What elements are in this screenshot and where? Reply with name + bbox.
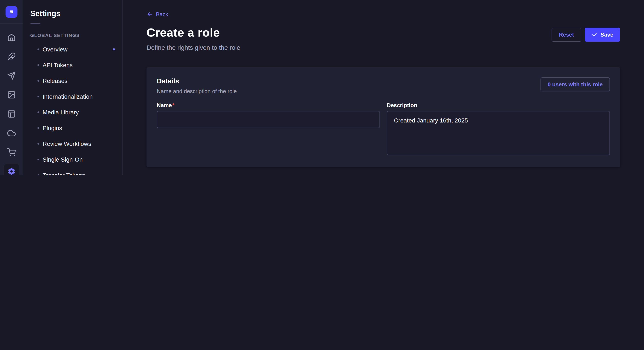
bullet-icon [38,159,39,160]
save-button[interactable]: Save [584,28,620,42]
subnav-title: Settings [30,9,116,18]
name-input[interactable] [157,111,380,128]
bullet-icon [38,48,39,50]
subnav-item-review-workflows[interactable]: Review Workflows [24,136,122,151]
paper-plane-icon[interactable] [4,68,19,83]
settings-subnav: Settings GLOBAL SETTINGSOverviewAPI Toke… [24,0,123,175]
back-label: Back [156,11,168,17]
subnav-item-plugins[interactable]: Plugins [24,120,122,136]
bullet-icon [38,111,39,113]
name-label: Name* [157,102,380,108]
subnav-item-label: Transfer Tokens [42,172,85,175]
reset-button[interactable]: Reset [552,28,581,42]
bullet-icon [38,80,39,81]
description-field-group: Description [387,102,610,157]
subnav-item-label: Media Library [42,109,79,116]
page-subtitle: Define the rights given to the role [146,44,240,51]
bullet-icon [38,95,39,97]
logo-cell [0,0,23,24]
subnav-section-label: GLOBAL SETTINGS [30,33,116,38]
subnav-item-label: API Tokens [42,61,72,68]
arrow-left-icon [146,11,153,17]
back-row: Back [146,11,620,19]
check-icon [592,32,597,37]
layout-icon[interactable] [4,106,19,122]
feather-icon[interactable] [4,49,19,64]
bullet-icon [38,174,39,175]
details-card-header: Details Name and description of the role… [157,77,610,94]
details-subtitle: Name and description of the role [157,88,237,94]
details-card-titles: Details Name and description of the role [157,77,237,94]
details-card: Details Name and description of the role… [146,67,620,167]
page-header-text: Create a role Define the rights given to… [146,26,240,51]
back-link[interactable]: Back [146,11,168,17]
images-icon[interactable] [4,87,19,103]
strapi-logo[interactable] [6,6,18,18]
page-header: Create a role Define the rights given to… [146,26,620,51]
bullet-icon [38,64,39,66]
subnav-item-label: Review Workflows [42,140,91,147]
subnav-section-list: OverviewAPI TokensReleasesInternationali… [24,41,122,175]
rail-icon-nav [4,30,19,175]
page-title: Create a role [146,26,240,39]
strapi-logo-icon [8,8,15,15]
subnav-item-label: Releases [42,77,68,84]
subnav-item-label: Plugins [42,124,62,131]
subnav-item-single-sign-on[interactable]: Single Sign-On [24,151,122,167]
subnav-divider [30,23,40,24]
subnav-sections: GLOBAL SETTINGSOverviewAPI TokensRelease… [24,33,122,175]
subnav-item-internationalization[interactable]: Internationalization [24,88,122,104]
description-label: Description [387,102,610,108]
name-label-text: Name [157,102,172,108]
subnav-item-label: Internationalization [42,93,93,100]
gear-icon[interactable] [4,164,19,175]
description-textarea[interactable] [387,111,610,155]
subnav-item-label: Single Sign-On [42,156,83,163]
cloud-icon[interactable] [4,126,19,141]
subnav-item-transfer-tokens[interactable]: Transfer Tokens [24,167,122,175]
details-title: Details [157,77,237,85]
required-asterisk: * [172,102,174,108]
subnav-item-label: Overview [42,46,68,52]
bullet-icon [38,127,39,129]
header-actions: Reset Save [552,28,620,42]
details-fields: Name* Description [157,102,610,157]
subnav-item-api-tokens[interactable]: API Tokens [24,57,122,73]
main-nav-rail: KD [0,0,24,175]
notification-dot-icon [113,48,115,50]
shopping-cart-icon[interactable] [4,145,19,160]
name-field-group: Name* [157,102,380,157]
subnav-item-media-library[interactable]: Media Library [24,104,122,120]
app-window: KD Settings GLOBAL SETTINGSOverviewAPI T… [0,0,644,175]
subnav-item-releases[interactable]: Releases [24,73,122,88]
subnav-item-overview[interactable]: Overview [24,41,122,57]
main-content: Back Create a role Define the rights giv… [123,0,644,175]
save-label: Save [600,31,613,38]
users-with-role-button[interactable]: 0 users with this role [540,77,610,91]
home-icon[interactable] [4,30,19,45]
bullet-icon [38,143,39,144]
